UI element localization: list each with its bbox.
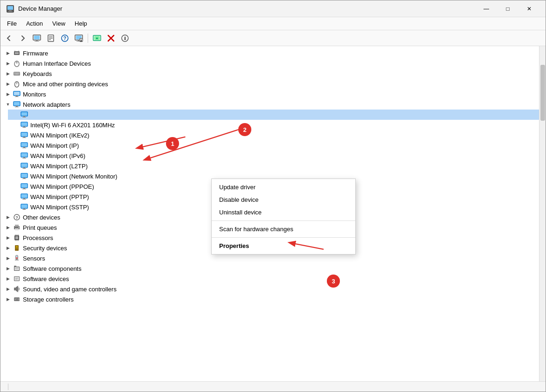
help-button[interactable]: ? [58, 32, 71, 45]
tree-item-sw-devices[interactable]: ▶ Software devices [0, 274, 539, 284]
expander-processors[interactable]: ▶ [4, 234, 12, 241]
firmware-label: Firmware [23, 50, 48, 57]
svg-rect-40 [15, 74, 18, 75]
minimize-button[interactable]: — [476, 0, 497, 17]
tree-item-monitors[interactable]: ▶ Monitors [0, 89, 539, 99]
scan-button[interactable]: ▲ [90, 32, 104, 45]
svg-rect-36 [16, 73, 17, 74]
other-icon: ? [13, 213, 21, 221]
menu-view[interactable]: View [48, 18, 70, 29]
show-hidden-button[interactable]: ▲ [72, 32, 85, 45]
tree-item-hid[interactable]: ▶ Human Interface Devices [0, 58, 539, 69]
update-button[interactable]: ⬇ [118, 32, 131, 45]
title-bar: Device Manager — □ ✕ [0, 0, 546, 17]
device-manager-window: Device Manager — □ ✕ File Action View He… [0, 0, 546, 392]
wan-pppoe-icon [20, 182, 28, 191]
ctx-scan-hardware[interactable]: Scan for hardware changes [212, 223, 355, 235]
tree-item-sensors[interactable]: ▶ Sensors [0, 253, 539, 263]
menu-file[interactable]: File [2, 18, 21, 29]
window-title: Device Manager [18, 5, 476, 12]
tree-item-wan-ipv6[interactable]: WAN Miniport (IPv6) [8, 151, 539, 161]
tree-item-network[interactable]: ▼ Network adapters [0, 99, 539, 110]
expander-sw-devices[interactable]: ▶ [4, 275, 12, 282]
tree-item-sound[interactable]: ▶ Sound, video and game controllers [0, 284, 539, 294]
expander-mice[interactable]: ▶ [4, 80, 12, 88]
svg-rect-121 [14, 277, 19, 281]
ctx-separator-2 [212, 237, 355, 238]
svg-rect-63 [23, 137, 25, 138]
tree-item-wan-l2tp[interactable]: WAN Miniport (L2TP) [8, 161, 539, 171]
menu-action[interactable]: Action [21, 18, 48, 29]
menu-help[interactable]: Help [70, 18, 92, 29]
svg-rect-68 [22, 148, 26, 148]
svg-rect-6 [36, 40, 38, 41]
svg-rect-91 [23, 208, 25, 209]
svg-rect-83 [23, 188, 25, 189]
svg-rect-28 [15, 52, 19, 54]
back-button[interactable] [2, 32, 15, 45]
svg-rect-88 [22, 199, 26, 199]
svg-rect-41 [19, 74, 20, 75]
expander-firmware[interactable]: ▶ [4, 49, 12, 57]
svg-rect-38 [19, 73, 20, 74]
svg-rect-97 [15, 228, 19, 230]
expander-sw-components[interactable]: ▶ [4, 265, 12, 272]
ctx-properties[interactable]: Properties [212, 240, 355, 252]
svg-text:?: ? [15, 215, 18, 220]
tree-item-storage[interactable]: ▶ Storage controllers [0, 294, 539, 304]
wan-ikev2-label: WAN Miniport (IKEv2) [30, 132, 90, 139]
device-manager-view-button[interactable] [30, 32, 43, 45]
tree-item-wan-ip[interactable]: WAN Miniport (IP) [8, 140, 539, 151]
other-label: Other devices [23, 214, 60, 221]
storage-label: Storage controllers [23, 296, 74, 303]
svg-rect-47 [16, 96, 18, 96]
expander-keyboards[interactable]: ▶ [4, 70, 12, 77]
svg-rect-117 [14, 266, 16, 267]
svg-rect-5 [34, 35, 40, 39]
expander-monitors[interactable]: ▶ [4, 90, 12, 98]
svg-rect-29 [14, 51, 15, 52]
svg-rect-46 [14, 92, 20, 95]
svg-rect-71 [23, 157, 25, 158]
scrollbar-thumb[interactable] [540, 65, 545, 121]
tree-item-keyboards[interactable]: ▶ Keyboards [0, 69, 539, 79]
close-button[interactable]: ✕ [518, 0, 540, 17]
tree-item-firmware[interactable]: ▶ Firmware [0, 48, 539, 58]
processors-icon [13, 234, 21, 242]
expander-wifi [12, 121, 19, 129]
tree-item-mice[interactable]: ▶ Mice and other pointing devices [0, 79, 539, 89]
remove-button[interactable] [104, 32, 117, 45]
tree-item-wan-ikev2[interactable]: WAN Miniport (IKEv2) [8, 130, 539, 140]
monitors-label: Monitors [23, 91, 46, 98]
ctx-disable-device[interactable]: Disable device [212, 193, 355, 206]
expander-sensors[interactable]: ▶ [4, 254, 12, 262]
tree-item-sw-components[interactable]: ▶ Software components [0, 263, 539, 274]
svg-rect-7 [35, 41, 39, 41]
network-label: Network adapters [23, 101, 70, 108]
maximize-button[interactable]: □ [497, 0, 518, 17]
scrollbar[interactable] [539, 46, 546, 381]
expander-other[interactable]: ▶ [4, 213, 12, 221]
sw-components-icon [13, 264, 21, 273]
forward-button[interactable] [16, 32, 29, 45]
tree-item-wifi[interactable]: Intel(R) Wi-Fi 6 AX201 160MHz [8, 120, 539, 130]
tree-item-net-blank[interactable] [8, 110, 539, 120]
svg-rect-82 [21, 184, 27, 187]
svg-rect-58 [21, 123, 27, 126]
properties-view-button[interactable] [44, 32, 57, 45]
svg-text:⬇: ⬇ [123, 36, 127, 41]
expander-network[interactable]: ▼ [4, 101, 12, 108]
expander-hid[interactable]: ▶ [4, 60, 12, 67]
wan-ikev2-icon [20, 131, 28, 139]
sensors-icon [13, 254, 21, 262]
expander-sound[interactable]: ▶ [4, 285, 12, 293]
svg-rect-62 [21, 133, 27, 136]
svg-rect-80 [22, 179, 26, 179]
expander-storage[interactable]: ▶ [4, 296, 12, 303]
ctx-uninstall-device[interactable]: Uninstall device [212, 206, 355, 219]
ctx-update-driver[interactable]: Update driver [212, 181, 355, 193]
svg-rect-75 [23, 167, 25, 168]
expander-security[interactable]: ▶ [4, 244, 12, 252]
print-icon [13, 223, 21, 232]
expander-print[interactable]: ▶ [4, 224, 12, 231]
